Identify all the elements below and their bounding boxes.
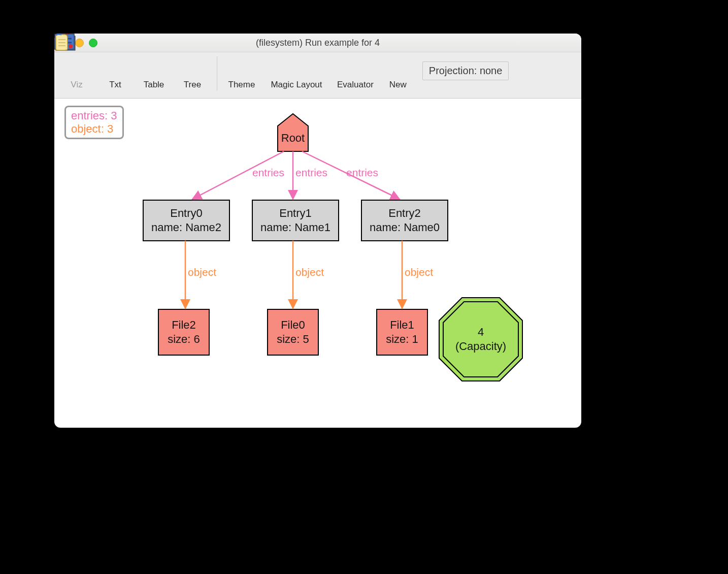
edge-object-1: object (188, 266, 216, 278)
viz-label: Viz (71, 80, 82, 90)
window-title: (filesystem) Run example for 4 (54, 38, 581, 48)
edge-entries-1: entries (252, 167, 284, 179)
capacity-box[interactable]: 4 (Capacity) (439, 325, 522, 353)
tree-button[interactable]: Tree (174, 56, 211, 90)
file2-box[interactable]: File2 size: 6 (158, 318, 209, 346)
titlebar: (filesystem) Run example for 4 (54, 34, 581, 52)
entry2-name: name: Name0 (361, 220, 448, 235)
capacity-value: 4 (439, 325, 522, 339)
tree-label: Tree (184, 80, 201, 90)
edge-entries-2: entries (295, 167, 327, 179)
edge-object-3: object (405, 266, 433, 278)
magic-layout-button[interactable]: Magic Layout (262, 56, 331, 90)
evaluator-button[interactable]: Evaluator (333, 56, 378, 90)
legend-object: object: 3 (71, 122, 117, 136)
entry1-name: name: Name1 (252, 220, 339, 235)
app-window: (filesystem) Run example for 4 Viz A Txt… (54, 34, 581, 424)
window-controls (61, 39, 97, 47)
entry0-box[interactable]: Entry0 name: Name2 (143, 206, 229, 234)
file0-box[interactable]: File0 size: 5 (268, 318, 318, 346)
toolbar: Viz A Txt A Table Tree Theme (54, 52, 581, 99)
evaluator-label: Evaluator (337, 80, 374, 90)
projection-label: Projection: none (429, 65, 503, 76)
theme-button[interactable]: Theme (223, 56, 260, 90)
new-button[interactable]: New (380, 56, 416, 90)
edge-entries-3: entries (346, 167, 378, 179)
root-label[interactable]: Root (278, 131, 308, 145)
file2-title: File2 (158, 318, 209, 332)
entry2-title: Entry2 (361, 206, 448, 220)
txt-label: Txt (109, 80, 121, 90)
viz-button[interactable]: Viz (58, 56, 95, 90)
diagram-canvas[interactable]: entries: 3 object: 3 (54, 99, 581, 428)
table-label: Table (144, 80, 164, 90)
entry0-name: name: Name2 (143, 220, 229, 235)
file1-size: size: 1 (377, 332, 427, 346)
close-icon[interactable] (61, 39, 70, 47)
capacity-label: (Capacity) (439, 339, 522, 354)
file0-title: File0 (268, 318, 318, 332)
file2-size: size: 6 (158, 332, 209, 346)
legend-box: entries: 3 object: 3 (64, 106, 124, 139)
entry2-box[interactable]: Entry2 name: Name0 (361, 206, 448, 234)
theme-label: Theme (228, 80, 255, 90)
magic-layout-label: Magic Layout (271, 80, 322, 90)
file1-box[interactable]: File1 size: 1 (377, 318, 427, 346)
zoom-icon[interactable] (89, 39, 97, 47)
new-label: New (389, 80, 407, 90)
table-button[interactable]: A Table (136, 56, 172, 90)
minimize-icon[interactable] (75, 39, 84, 47)
legend-entries: entries: 3 (71, 109, 117, 122)
txt-button[interactable]: A Txt (97, 56, 134, 90)
projection-selector[interactable]: Projection: none (422, 61, 509, 80)
entry1-box[interactable]: Entry1 name: Name1 (252, 206, 339, 234)
file1-title: File1 (377, 318, 427, 332)
entry0-title: Entry0 (143, 206, 229, 220)
edge-object-2: object (295, 266, 324, 278)
diagram-svg (54, 99, 581, 428)
toolbar-separator (217, 56, 217, 91)
file0-size: size: 5 (268, 332, 318, 346)
entry1-title: Entry1 (252, 206, 339, 220)
